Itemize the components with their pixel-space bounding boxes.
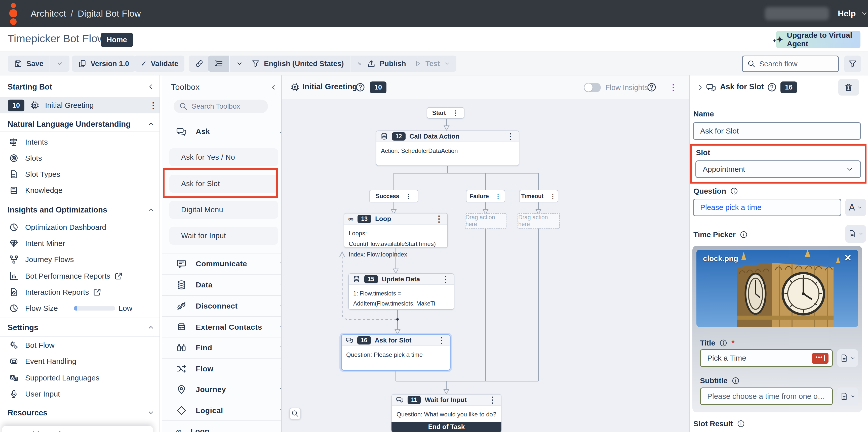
save-button[interactable]: Save [8, 56, 50, 72]
text-style-button[interactable]: A [845, 199, 866, 216]
kebab-menu-icon[interactable]: ⋮ [495, 193, 501, 199]
help-circle-icon[interactable] [647, 82, 657, 92]
help-circle-icon[interactable] [355, 82, 365, 92]
sidebar-item-intent-miner[interactable]: Intent Miner [0, 235, 160, 252]
toolbox-section-flow[interactable]: Flow [162, 359, 281, 379]
slot-dropdown[interactable]: Appointment [695, 160, 861, 178]
node-start[interactable]: Start ⋮ [427, 107, 464, 119]
node-call-data-action[interactable]: 12 Call Data Action ⋮ Action: SchedulerD… [376, 131, 519, 166]
collapse-toolbox-icon[interactable] [270, 84, 278, 91]
help-circle-icon[interactable] [767, 82, 777, 92]
upgrade-to-virtual-agent-button[interactable]: ✦✦ Upgrade to Virtual Agent [776, 31, 861, 48]
sidebar-item-slot-types[interactable]: Slot Types [0, 166, 160, 182]
validate-button[interactable]: ✓ Validate [134, 56, 184, 72]
help-menu[interactable]: Help [838, 0, 868, 27]
canvas-kebab-menu-icon[interactable]: ⋮ [669, 83, 678, 92]
sidebar-item-knowledge[interactable]: Knowledge [0, 182, 160, 198]
flow-filter-button[interactable] [844, 56, 861, 72]
reusable-tasks-panel[interactable]: Reusable Tasks [2, 426, 153, 432]
chevron-up-icon[interactable] [147, 120, 155, 128]
toolbox-section-ask[interactable]: Ask [162, 121, 281, 142]
toolbox-section-journey[interactable]: Journey [162, 379, 281, 400]
save-dropdown-button[interactable] [50, 56, 69, 72]
info-icon[interactable] [732, 377, 740, 385]
remove-image-icon[interactable]: ✕ [844, 253, 851, 263]
collapse-sidebar-icon[interactable] [147, 83, 155, 91]
toolbox-section-external-contacts[interactable]: External Contacts [162, 317, 281, 337]
canvas-zoom-button[interactable] [289, 408, 301, 420]
kebab-menu-icon[interactable]: ⋮ [437, 336, 446, 344]
toolbox-search-input[interactable] [192, 102, 262, 110]
toolbox-section-data[interactable]: Data [162, 275, 281, 295]
kebab-menu-icon[interactable]: ⋮ [453, 110, 459, 116]
kebab-menu-icon[interactable]: ⋮ [441, 275, 450, 284]
time-picker-mode-button[interactable] [845, 225, 866, 243]
sidebar-item-supported-languages[interactable]: Supported Languages [0, 370, 160, 386]
title-input[interactable] [707, 354, 803, 362]
info-icon[interactable] [740, 231, 748, 239]
info-icon[interactable] [737, 420, 745, 428]
drag-action-placeholder-failure[interactable]: Drag action here [465, 213, 506, 229]
section-settings-title[interactable]: Settings [7, 323, 38, 332]
branch-success[interactable]: Success⋮ [369, 190, 418, 202]
kebab-menu-icon[interactable]: ⋮ [506, 132, 515, 140]
sidebar-item-intents[interactable]: Intents [0, 134, 160, 150]
sidebar-item-event-handling[interactable]: Event Handling [0, 353, 160, 369]
sidebar-item-bot-performance-reports[interactable]: Bot Performance Reports [0, 268, 160, 284]
section-resources-title[interactable]: Resources [7, 408, 48, 418]
sidebar-item-interaction-reports[interactable]: Interaction Reports [0, 284, 160, 300]
node-wait-for-input[interactable]: 11 Wait for Input ⋮ Question: What would… [392, 394, 501, 432]
collapse-panel-icon[interactable] [696, 84, 704, 92]
toolbox-item-digital-menu[interactable]: Digital Menu [169, 201, 278, 219]
flow-insights-toggle[interactable] [584, 83, 601, 92]
sequence-view-button[interactable] [208, 56, 229, 72]
toolbox-item-ask-for-yes-no[interactable]: Ask for Yes / No [169, 148, 278, 166]
sidebar-item-optimization-dashboard[interactable]: Optimization Dashboard [0, 219, 160, 235]
toolbox-section-disconnect[interactable]: Disconnect [162, 296, 281, 316]
kebab-menu-icon[interactable]: ⋮ [435, 214, 443, 223]
question-input[interactable] [700, 203, 834, 212]
node-ask-for-slot[interactable]: 16 Ask for Slot ⋮ Question: Please pick … [341, 334, 451, 371]
info-icon[interactable] [730, 187, 738, 195]
delete-action-button[interactable] [838, 79, 859, 96]
chevron-down-icon[interactable] [147, 409, 155, 417]
branch-failure[interactable]: Failure⋮ [466, 190, 505, 202]
kebab-menu-icon[interactable]: ⋮ [488, 396, 497, 404]
chevron-up-icon[interactable] [147, 206, 155, 213]
kebab-menu-icon[interactable]: ⋮ [405, 193, 412, 199]
node-update-data[interactable]: 15 Update Data ⋮ 1: Flow.timeslots = Add… [348, 273, 454, 310]
toolbox-item-wait-for-input[interactable]: Wait for Input [169, 227, 278, 245]
kebab-menu-icon[interactable]: ⋮ [550, 193, 556, 199]
section-insights-title[interactable]: Insights and Optimizations [7, 205, 107, 214]
genesys-logo-icon[interactable] [7, 3, 19, 24]
test-button[interactable]: Test [408, 56, 456, 72]
breadcrumb-app[interactable]: Architect [31, 8, 66, 19]
flow-canvas[interactable]: Initial Greeting 10 Flow Insights ⋮ Star… [282, 75, 689, 432]
toolbox-section-communicate[interactable]: Communicate [162, 254, 281, 274]
sidebar-item-initial-greeting[interactable]: 10 Initial Greeting ⋮ [0, 97, 160, 113]
sidebar-item-bot-flow[interactable]: Bot Flow [0, 337, 160, 353]
help-label[interactable]: Help [838, 9, 856, 19]
sidebar-item-journey-flows[interactable]: Journey Flows [0, 252, 160, 268]
publish-button[interactable]: Publish [361, 56, 412, 72]
subtitle-mode-button[interactable] [837, 388, 858, 405]
branch-timeout[interactable]: Timeout⋮ [519, 190, 558, 202]
drag-action-placeholder-timeout[interactable]: Drag action here [518, 213, 560, 229]
language-button[interactable]: English (United States) [245, 56, 350, 72]
name-input[interactable] [700, 127, 854, 135]
toolbox-section-loop[interactable]: ∞ Loop [162, 421, 281, 432]
info-icon[interactable] [719, 339, 727, 347]
title-mode-button[interactable] [837, 349, 858, 367]
kebab-menu-icon[interactable]: ⋮ [149, 101, 157, 110]
section-nlu-title[interactable]: Natural Language Understanding [7, 120, 131, 129]
home-badge[interactable]: Home [101, 33, 133, 47]
search-flow-input[interactable] [759, 60, 832, 68]
sidebar-item-user-input[interactable]: User Input [0, 386, 160, 402]
node-loop[interactable]: ∞ 13 Loop ⋮ Loops: Count(Flow.availableS… [344, 213, 448, 248]
expression-pill-icon[interactable]: ••• [812, 353, 829, 364]
chevron-up-icon[interactable] [147, 324, 155, 331]
link-button[interactable] [189, 56, 210, 72]
version-button[interactable]: Version 1.0 [72, 56, 135, 72]
subtitle-input[interactable] [707, 392, 826, 401]
toolbox-section-logical[interactable]: Logical [162, 400, 281, 421]
